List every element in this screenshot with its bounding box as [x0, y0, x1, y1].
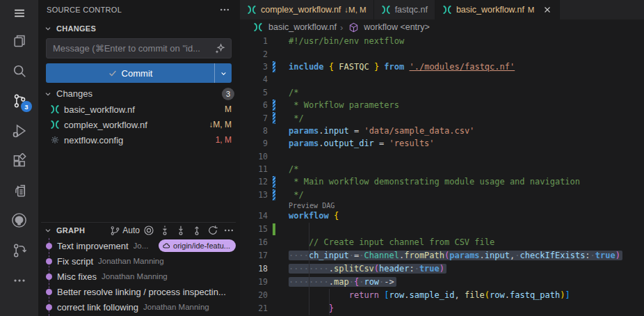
code-line-8[interactable]: 8params.input = 'data/sample_data.csv' [240, 125, 644, 137]
activity-item-github[interactable] [0, 205, 38, 235]
branch-ref-label: origin/ide-featu... [173, 242, 230, 250]
branch-ref-pill[interactable]: origin/ide-featu... [159, 239, 236, 252]
code-line-6[interactable]: 6 * Workflow parameters [240, 99, 644, 111]
line-number[interactable]: 20 [240, 290, 268, 300]
line-number[interactable]: 2 [240, 49, 268, 59]
code-line-21[interactable]: 21 } [240, 302, 644, 315]
activity-item-run-debug[interactable] [0, 116, 38, 145]
chevron-down-icon[interactable] [41, 223, 55, 237]
changed-file-row[interactable]: complex_workflow.nf↓M, M [38, 117, 240, 132]
cloud-icon [162, 242, 171, 251]
code-line-5[interactable]: 5/* [240, 86, 644, 99]
changed-file-row[interactable]: nextflow.config1, M [38, 132, 240, 148]
refresh-icon[interactable] [206, 223, 220, 237]
activity-item-menu[interactable] [0, 0, 38, 26]
line-number[interactable]: 17 [240, 251, 268, 260]
vscode-window: 3 SOURCE CONTROL CHANGES Commit Changes [0, 0, 644, 316]
line-number[interactable]: 15 [240, 224, 268, 234]
indent-guide [309, 223, 309, 236]
editor-tab-fastqc-nf[interactable]: fastqc.nf [374, 0, 435, 19]
code-line-18[interactable]: 18········.splitCsv(header:·true) [240, 262, 644, 276]
fetch-icon[interactable] [158, 223, 172, 237]
activity-item-source-control[interactable]: 3 [0, 86, 38, 116]
code-line-11[interactable]: 11/* [240, 163, 644, 175]
editor-tab-basic_workflow-nf[interactable]: basic_workflow.nfM [435, 0, 561, 19]
line-number[interactable]: 13 [240, 190, 268, 200]
gutter-modified-marker [273, 61, 275, 72]
activity-item-document-sync[interactable] [0, 175, 38, 205]
code-line-12[interactable]: 12 * Main workflow demonstrating module … [240, 175, 644, 188]
line-number[interactable]: 16 [240, 237, 268, 247]
changes-section-header[interactable]: CHANGES [41, 21, 96, 36]
more-actions-icon[interactable] [218, 3, 232, 17]
activity-item-git-graph[interactable] [0, 235, 38, 265]
commit-row[interactable]: Misc fixesJonathan Manning [38, 269, 240, 284]
gutter-modified-marker [273, 189, 275, 200]
line-number[interactable]: 10 [240, 152, 268, 161]
activity-item-more[interactable] [0, 265, 38, 295]
line-number[interactable]: 19 [240, 277, 268, 287]
code-line-19[interactable]: 19········.map·{·row·-> [240, 276, 644, 289]
line-number[interactable]: 3 [240, 62, 268, 72]
check-icon [108, 68, 118, 78]
line-number[interactable]: 18 [240, 264, 268, 274]
code-editor[interactable]: 1#!/usr/bin/env nextflow23include { FAST… [240, 35, 644, 316]
file-name: basic_workflow.nf [64, 104, 220, 115]
code-line-7[interactable]: 7 */ [240, 111, 644, 124]
code-lens-preview-dag[interactable]: Preview DAG [289, 202, 335, 210]
line-number[interactable]: 9 [240, 139, 268, 148]
target-icon[interactable] [142, 223, 156, 237]
code-text: workflow { [289, 211, 339, 221]
commit-button[interactable]: Commit [46, 63, 214, 83]
line-number[interactable]: 1 [240, 36, 268, 46]
line-number[interactable]: 6 [240, 100, 268, 110]
editor-tab-complex_workflow-nf[interactable]: complex_workflow.nf↓M, M [240, 0, 374, 19]
activity-item-explorer[interactable] [0, 26, 38, 56]
activity-item-extensions[interactable] [0, 145, 38, 175]
code-line-16[interactable]: 16 // Create input channel from CSV file [240, 236, 644, 249]
code-line-10[interactable]: 10 [240, 150, 644, 163]
nextflow-file-icon [50, 104, 60, 114]
changes-tree-header[interactable]: Changes 3 [41, 86, 234, 101]
commit-message-input[interactable] [53, 43, 213, 54]
commit-row[interactable]: Better resolve linking / process inspect… [38, 284, 240, 299]
line-number[interactable]: 8 [240, 126, 268, 136]
code-line-15[interactable]: 15 [240, 223, 644, 236]
more-actions-icon[interactable] [222, 223, 236, 237]
code-line-4[interactable]: 4 [240, 73, 644, 86]
code-line-13[interactable]: 13 */ [240, 189, 644, 201]
code-text: ········.splitCsv(header:·true) [289, 264, 446, 274]
scm-badge: 3 [21, 101, 32, 112]
breadcrumb-symbol[interactable]: workflow <entry> [364, 22, 429, 32]
graph-auto-toggle[interactable]: Auto [109, 223, 140, 237]
push-icon[interactable] [190, 223, 204, 237]
commit-row[interactable]: correct link followingJonathan Manning [38, 299, 240, 315]
close-icon[interactable] [542, 5, 552, 15]
code-line-3[interactable]: 3include { FASTQC } from './modules/fast… [240, 61, 644, 73]
breadcrumb-file[interactable]: basic_workflow.nf [268, 22, 337, 32]
code-line-17[interactable]: 17····ch_input·=·Channel.fromPath(params… [240, 249, 644, 262]
changes-count-badge: 3 [222, 88, 234, 100]
sparkle-icon[interactable] [213, 42, 227, 56]
line-number[interactable]: 14 [240, 211, 268, 221]
line-number[interactable]: 12 [240, 177, 268, 187]
line-number[interactable]: 5 [240, 88, 268, 97]
pull-icon[interactable] [174, 223, 188, 237]
changed-file-row[interactable]: basic_workflow.nfM [38, 102, 240, 117]
commit-row[interactable]: Fix scriptJonathan Manning [38, 253, 240, 269]
code-line-20[interactable]: 20 return [row.sample_id, file(row.fastq… [240, 289, 644, 302]
run-debug-icon [12, 123, 27, 139]
code-line-14[interactable]: 14workflow { [240, 210, 644, 223]
code-line-9[interactable]: 9params.output_dir = 'results' [240, 137, 644, 150]
nextflow-file-icon [247, 5, 257, 15]
code-line-1[interactable]: 1#!/usr/bin/env nextflow [240, 35, 644, 47]
line-number[interactable]: 21 [240, 303, 268, 313]
code-line-2[interactable]: 2 [240, 47, 644, 60]
indent-guide [309, 302, 309, 315]
line-number[interactable]: 4 [240, 74, 268, 84]
commit-dropdown-button[interactable] [214, 63, 232, 83]
line-number[interactable]: 7 [240, 113, 268, 123]
line-number[interactable]: 11 [240, 164, 268, 174]
commit-row[interactable]: Text improvementJo...origin/ide-featu... [38, 238, 240, 253]
activity-item-search[interactable] [0, 56, 38, 86]
